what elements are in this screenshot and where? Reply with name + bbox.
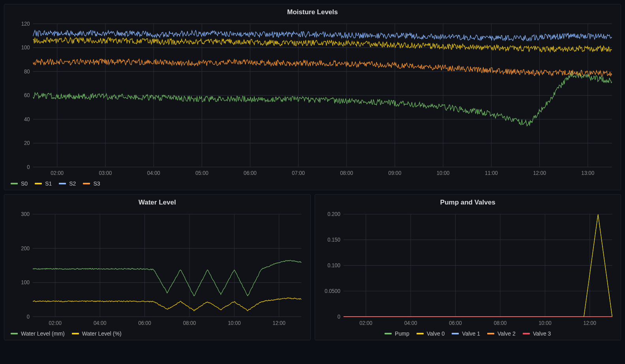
svg-text:0.150: 0.150 — [327, 236, 340, 243]
svg-text:11:00: 11:00 — [485, 170, 498, 176]
legend-swatch — [487, 333, 494, 334]
svg-text:09:00: 09:00 — [389, 170, 402, 176]
legend-label: S2 — [69, 180, 76, 187]
legend-water: Water Level (mm)Water Level (%) — [9, 328, 306, 337]
series-s1 — [33, 38, 612, 52]
legend-swatch — [72, 333, 79, 334]
svg-text:100: 100 — [21, 279, 30, 285]
svg-text:02:00: 02:00 — [51, 170, 64, 176]
series-s3 — [33, 59, 612, 77]
panel-title-water: Water Level — [9, 199, 306, 206]
legend-swatch — [417, 333, 424, 334]
svg-text:04:00: 04:00 — [147, 170, 160, 176]
legend-item-s0[interactable]: S0 — [11, 180, 28, 187]
legend-item-valve-0[interactable]: Valve 0 — [417, 330, 445, 337]
legend-label: Water Level (%) — [82, 330, 122, 337]
legend-label: Water Level (mm) — [21, 330, 65, 337]
svg-text:12:00: 12:00 — [583, 319, 596, 326]
chart-pump[interactable]: 00.05000.1000.1500.20002:0004:0006:0008:… — [320, 210, 616, 328]
svg-text:08:00: 08:00 — [340, 170, 353, 176]
chart-water[interactable]: 010020030002:0004:0006:0008:0010:0012:00 — [9, 210, 306, 328]
svg-text:10:00: 10:00 — [228, 319, 241, 326]
legend-item-water-level-mm-[interactable]: Water Level (mm) — [11, 330, 65, 337]
legend-item-s2[interactable]: S2 — [59, 180, 76, 187]
legend-swatch — [385, 333, 392, 334]
legend-swatch — [11, 183, 18, 184]
svg-text:20: 20 — [24, 139, 30, 146]
svg-text:10:00: 10:00 — [539, 319, 552, 326]
legend-item-pump[interactable]: Pump — [385, 330, 409, 337]
svg-text:02:00: 02:00 — [359, 319, 372, 326]
legend-label: Valve 2 — [497, 330, 516, 337]
svg-text:05:00: 05:00 — [195, 170, 208, 176]
svg-text:40: 40 — [24, 116, 30, 122]
svg-text:02:00: 02:00 — [49, 319, 62, 326]
svg-text:10:00: 10:00 — [437, 170, 450, 176]
legend-label: Pump — [395, 330, 409, 337]
svg-text:0: 0 — [27, 163, 30, 170]
svg-text:13:00: 13:00 — [581, 170, 594, 176]
legend-label: Valve 0 — [427, 330, 445, 337]
legend-item-valve-1[interactable]: Valve 1 — [452, 330, 480, 337]
panel-pump: Pump and Valves 00.05000.1000.1500.20002… — [315, 194, 621, 340]
dashboard: Moisture Levels 02040608010012002:0003:0… — [0, 0, 625, 344]
svg-text:08:00: 08:00 — [494, 319, 507, 326]
svg-text:03:00: 03:00 — [99, 170, 112, 176]
svg-text:12:00: 12:00 — [273, 319, 286, 326]
svg-text:100: 100 — [21, 44, 30, 51]
svg-text:120: 120 — [21, 20, 30, 27]
svg-text:0.100: 0.100 — [327, 262, 340, 268]
legend-item-valve-2[interactable]: Valve 2 — [487, 330, 516, 337]
legend-item-s1[interactable]: S1 — [35, 180, 52, 187]
legend-label: Valve 1 — [462, 330, 480, 337]
svg-text:200: 200 — [21, 245, 30, 251]
panel-title-pump: Pump and Valves — [320, 199, 616, 206]
legend-label: Valve 3 — [533, 330, 551, 337]
panel-water: Water Level 010020030002:0004:0006:0008:… — [4, 194, 311, 340]
svg-text:0: 0 — [337, 313, 340, 320]
svg-text:07:00: 07:00 — [292, 170, 305, 176]
legend-moisture: S0S1S2S3 — [9, 178, 616, 187]
legend-label: S0 — [21, 180, 28, 187]
legend-swatch — [11, 333, 18, 334]
legend-label: S3 — [93, 180, 100, 187]
legend-swatch — [523, 333, 530, 334]
series-water-level- — [33, 298, 301, 311]
legend-pump: PumpValve 0Valve 1Valve 2Valve 3 — [320, 328, 616, 337]
svg-text:04:00: 04:00 — [404, 319, 417, 326]
svg-text:08:00: 08:00 — [183, 319, 196, 326]
panel-moisture: Moisture Levels 02040608010012002:0003:0… — [4, 4, 621, 190]
legend-swatch — [83, 183, 90, 184]
legend-swatch — [35, 183, 42, 184]
svg-text:80: 80 — [24, 68, 30, 75]
legend-item-water-level-[interactable]: Water Level (%) — [72, 330, 122, 337]
svg-text:60: 60 — [24, 92, 30, 98]
svg-text:12:00: 12:00 — [533, 170, 546, 176]
legend-swatch — [59, 183, 66, 184]
legend-item-s3[interactable]: S3 — [83, 180, 100, 187]
svg-text:06:00: 06:00 — [449, 319, 462, 326]
svg-text:06:00: 06:00 — [244, 170, 257, 176]
legend-label: S1 — [45, 180, 52, 187]
panel-title-moisture: Moisture Levels — [9, 8, 616, 16]
svg-text:300: 300 — [21, 210, 30, 217]
legend-item-valve-3[interactable]: Valve 3 — [523, 330, 551, 337]
chart-moisture[interactable]: 02040608010012002:0003:0004:0005:0006:00… — [9, 19, 616, 178]
svg-text:0: 0 — [27, 313, 30, 320]
svg-text:0.200: 0.200 — [327, 210, 340, 217]
series-s0 — [33, 71, 612, 126]
svg-text:06:00: 06:00 — [138, 319, 151, 326]
svg-text:0.0500: 0.0500 — [325, 287, 340, 294]
series-water-level-mm- — [33, 260, 301, 296]
legend-swatch — [452, 333, 459, 334]
svg-text:04:00: 04:00 — [94, 319, 107, 326]
